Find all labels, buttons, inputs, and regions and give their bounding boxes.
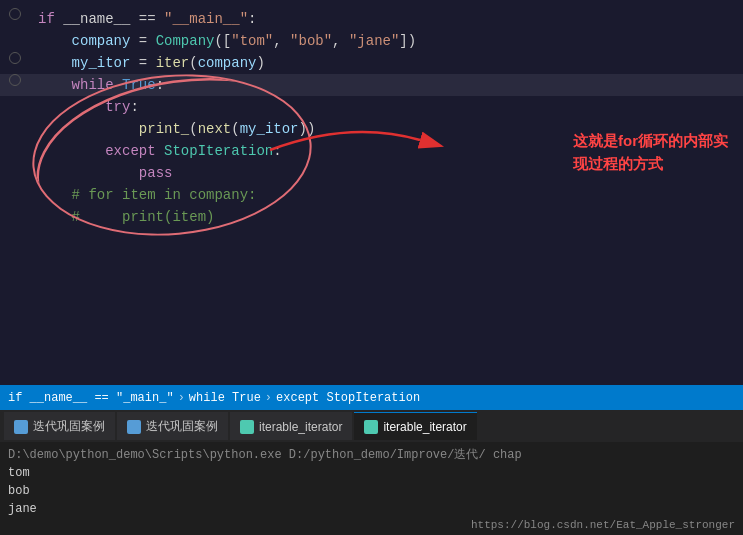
code-line-10: # print(item)	[0, 206, 743, 228]
tab-1[interactable]: 迭代巩固案例	[117, 412, 228, 440]
line-content-9: # for item in company:	[30, 184, 743, 206]
breadcrumb-sep-2: ›	[265, 391, 272, 405]
code-line-9: # for item in company:	[0, 184, 743, 206]
gutter-4	[0, 74, 30, 86]
breadcrumb-item-1: if __name__ == "_main_"	[8, 391, 174, 405]
code-editor: if __name__ == "__main__": company = Com…	[0, 0, 743, 385]
line-content-3: my_itor = iter(company)	[30, 52, 743, 74]
breadcrumb-sep-1: ›	[178, 391, 185, 405]
code-line-5: try:	[0, 96, 743, 118]
code-line-1: if __name__ == "__main__":	[0, 8, 743, 30]
tab-bar: 迭代巩固案例 迭代巩固案例 iterable_iterator iterable…	[0, 410, 743, 442]
tab-icon-0	[14, 420, 28, 434]
gutter-1	[0, 8, 30, 20]
tab-icon-3	[364, 420, 378, 434]
code-line-3: my_itor = iter(company)	[0, 52, 743, 74]
code-line-4: while True:	[0, 74, 743, 96]
terminal: D:\demo\python_demo\Scripts\python.exe D…	[0, 442, 743, 535]
tab-icon-1	[127, 420, 141, 434]
tab-label-1: 迭代巩固案例	[146, 418, 218, 435]
gutter-3	[0, 52, 30, 64]
tab-3[interactable]: iterable_iterator	[354, 412, 476, 440]
terminal-output-1: tom	[8, 464, 735, 482]
terminal-output-3: jane	[8, 500, 735, 518]
terminal-url: https://blog.csdn.net/Eat_Apple_stronger	[471, 519, 735, 531]
line-content-10: # print(item)	[30, 206, 743, 228]
terminal-output-2: bob	[8, 482, 735, 500]
breakpoint-icon-4	[9, 74, 21, 86]
annotation-text: 这就是for循环的内部实现过程的方式	[573, 130, 733, 175]
code-line-2: company = Company(["tom", "bob", "jane"]…	[0, 30, 743, 52]
line-content-2: company = Company(["tom", "bob", "jane"]…	[30, 30, 743, 52]
line-content-1: if __name__ == "__main__":	[30, 8, 743, 30]
line-content-4: while True:	[30, 74, 743, 96]
line-content-5: try:	[30, 96, 743, 118]
breadcrumb-item-3: except StopIteration	[276, 391, 420, 405]
tab-icon-2	[240, 420, 254, 434]
breadcrumb-item-2: while True	[189, 391, 261, 405]
breadcrumb: if __name__ == "_main_" › while True › e…	[8, 391, 420, 405]
tab-0[interactable]: 迭代巩固案例	[4, 412, 115, 440]
terminal-path: D:\demo\python_demo\Scripts\python.exe D…	[8, 446, 735, 464]
breakpoint-icon-1	[9, 8, 21, 20]
status-bar: if __name__ == "_main_" › while True › e…	[0, 385, 743, 410]
tab-label-0: 迭代巩固案例	[33, 418, 105, 435]
tab-label-3: iterable_iterator	[383, 420, 466, 434]
tab-label-2: iterable_iterator	[259, 420, 342, 434]
tab-2[interactable]: iterable_iterator	[230, 412, 352, 440]
breakpoint-icon-3	[9, 52, 21, 64]
